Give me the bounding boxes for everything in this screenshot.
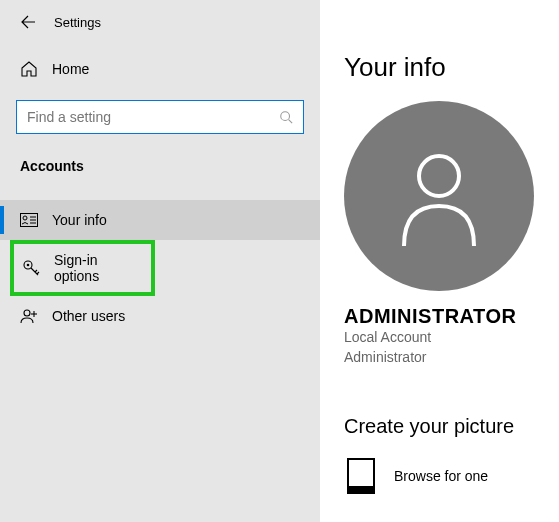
content-pane: Your info ADMINISTRATOR Local Account Ad… [320,0,559,522]
sidebar-item-label: Other users [52,308,125,324]
account-type: Local Account [344,328,559,348]
browse-label: Browse for one [394,468,488,484]
home-label: Home [52,61,89,77]
sidebar-item-label: Sign-in options [54,252,135,284]
svg-point-8 [27,264,30,267]
svg-point-9 [24,310,30,316]
svg-point-12 [419,156,459,196]
key-icon [22,259,40,277]
home-icon [20,60,38,78]
sidebar-item-label: Your info [52,212,107,228]
header: Settings [0,14,320,30]
sidebar-item-other-users[interactable]: Other users [0,296,320,336]
person-icon [394,146,484,246]
account-role: Administrator [344,348,559,368]
file-browse-icon [344,456,378,496]
svg-point-3 [23,216,27,220]
browse-for-one-button[interactable]: Browse for one [344,456,559,496]
search-icon [279,110,293,124]
sidebar-item-your-info[interactable]: Your info [0,200,320,240]
account-name: ADMINISTRATOR [344,305,559,328]
picture-section-heading: Create your picture [344,415,559,438]
sidebar-home[interactable]: Home [0,52,320,86]
users-icon [20,308,38,324]
search-container [16,100,304,134]
svg-rect-14 [348,486,374,493]
sidebar-item-sign-in-options[interactable]: Sign-in options [10,240,155,296]
sidebar: Settings Home Accounts [0,0,320,522]
svg-point-0 [281,112,290,121]
page-title: Your info [344,52,559,83]
account-card-icon [20,213,38,227]
search-input[interactable] [27,109,279,125]
settings-title: Settings [54,15,101,30]
avatar [344,101,534,291]
section-label: Accounts [0,158,320,174]
back-button[interactable] [20,14,36,30]
svg-line-1 [289,120,293,124]
arrow-left-icon [20,14,36,30]
search-box[interactable] [16,100,304,134]
